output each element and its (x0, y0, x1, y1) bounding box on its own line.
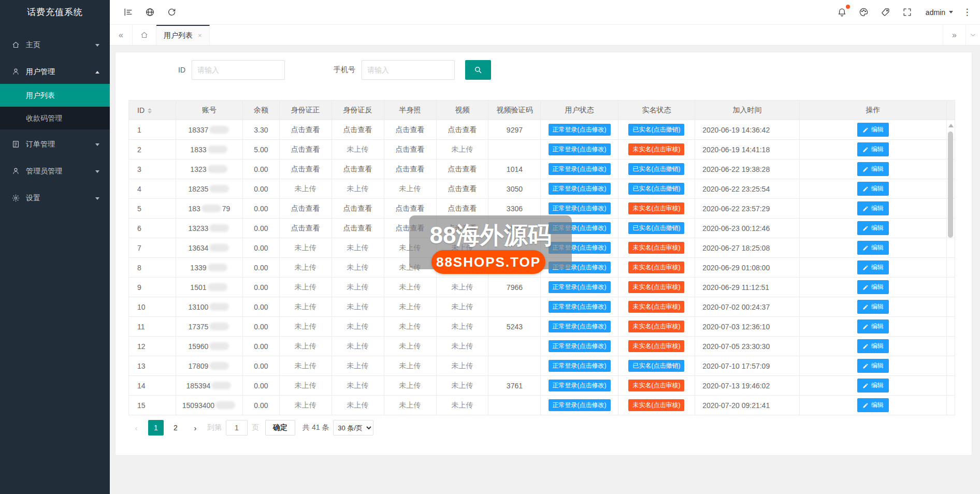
sidebar-item[interactable]: 用户管理 (0, 60, 110, 84)
page-number-button[interactable]: 2 (168, 420, 183, 435)
cell-half-photo[interactable]: 点击查看 (384, 159, 436, 179)
user-status-badge[interactable]: 正常登录(点击修改) (549, 183, 611, 195)
edit-button[interactable]: 编辑 (857, 182, 889, 196)
user-status-badge[interactable]: 正常登录(点击修改) (549, 222, 611, 234)
cell-half-photo[interactable]: 点击查看 (384, 219, 436, 238)
sidebar-subitem[interactable]: 用户列表 (0, 84, 110, 107)
edit-button[interactable]: 编辑 (857, 221, 889, 235)
sidebar-subitem[interactable]: 收款码管理 (0, 107, 110, 129)
notifications-bell-icon[interactable] (831, 0, 853, 25)
edit-button[interactable]: 编辑 (857, 123, 889, 137)
real-status-badge[interactable]: 已实名(点击撤销) (628, 360, 684, 372)
cell-id-back[interactable]: 点击查看 (332, 120, 384, 140)
cell-video[interactable]: 点击查看 (436, 159, 488, 179)
real-status-badge[interactable]: 未实名(点击审核) (628, 321, 684, 332)
column-header[interactable]: ID (129, 100, 176, 120)
user-status-badge[interactable]: 正常登录(点击修改) (549, 321, 611, 332)
cell-id-front[interactable]: 点击查看 (279, 159, 332, 179)
real-status-badge[interactable]: 未实名(点击审核) (628, 261, 684, 273)
cell-id-front[interactable]: 点击查看 (279, 120, 332, 140)
edit-button[interactable]: 编辑 (857, 379, 889, 393)
user-status-badge[interactable]: 正常登录(点击修改) (549, 242, 611, 254)
real-status-badge[interactable]: 已实名(点击撤销) (628, 183, 684, 195)
sidebar-item[interactable]: 订单管理 (0, 133, 110, 156)
real-status-badge[interactable]: 未实名(点击审核) (628, 340, 684, 352)
cell-id-back[interactable]: 点击查看 (332, 199, 384, 219)
cell-half-photo[interactable]: 点击查看 (384, 140, 436, 159)
edit-button[interactable]: 编辑 (857, 398, 889, 412)
cell-half-photo[interactable]: 点击查看 (384, 199, 436, 219)
user-status-badge[interactable]: 正常登录(点击修改) (549, 202, 611, 214)
tab-user-list[interactable]: 用户列表 × (156, 25, 210, 45)
sidebar-item[interactable]: 管理员管理 (0, 159, 110, 183)
real-status-badge[interactable]: 未实名(点击审核) (628, 281, 684, 293)
user-status-badge[interactable]: 正常登录(点击修改) (549, 124, 611, 136)
user-status-badge[interactable]: 正常登录(点击修改) (549, 340, 611, 352)
edit-button[interactable]: 编辑 (857, 142, 889, 156)
edit-button[interactable]: 编辑 (857, 260, 889, 274)
real-status-badge[interactable]: 未实名(点击审核) (628, 242, 684, 254)
user-status-badge[interactable]: 正常登录(点击修改) (549, 143, 611, 155)
cell-id-back[interactable]: 点击查看 (332, 159, 384, 179)
real-status-badge[interactable]: 未实名(点击审核) (628, 143, 684, 155)
refresh-icon[interactable] (161, 0, 182, 25)
globe-icon[interactable] (139, 0, 161, 25)
page-number-button[interactable]: 1 (148, 420, 164, 435)
user-status-badge[interactable]: 正常登录(点击修改) (549, 380, 611, 391)
more-menu-icon[interactable]: ⋮ (960, 0, 974, 25)
theme-palette-icon[interactable] (853, 0, 875, 25)
cell-video[interactable]: 点击查看 (436, 120, 488, 140)
cell-video[interactable]: 点击查看 (436, 199, 488, 219)
cell-id-back[interactable]: 点击查看 (332, 219, 384, 238)
user-status-badge[interactable]: 正常登录(点击修改) (549, 360, 611, 372)
sidebar-item[interactable]: 主页 (0, 33, 110, 57)
cell-video[interactable]: 点击查看 (436, 179, 488, 199)
table-scrollbar[interactable] (947, 120, 955, 443)
user-status-badge[interactable]: 正常登录(点击修改) (549, 163, 611, 175)
real-status-badge[interactable]: 未实名(点击审核) (628, 202, 684, 214)
edit-button[interactable]: 编辑 (857, 359, 889, 373)
sidebar-toggle-icon[interactable] (117, 0, 139, 25)
confirm-button[interactable]: 确定 (265, 420, 295, 435)
user-menu[interactable]: admin (918, 0, 960, 25)
real-status-badge[interactable]: 未实名(点击审核) (628, 399, 684, 411)
tab-operations-button[interactable] (965, 25, 980, 45)
tabs-scroll-left-button[interactable]: « (110, 25, 133, 45)
edit-button[interactable]: 编辑 (857, 162, 889, 176)
id-input[interactable] (192, 60, 285, 80)
user-status-badge[interactable]: 正常登录(点击修改) (549, 399, 611, 411)
edit-button[interactable]: 编辑 (857, 339, 889, 353)
tag-icon[interactable] (875, 0, 897, 25)
real-status-badge[interactable]: 已实名(点击撤销) (628, 124, 684, 136)
cell-video[interactable]: 点击查看 (436, 219, 488, 238)
cell-half-photo[interactable]: 点击查看 (384, 120, 436, 140)
cell-id-front[interactable]: 点击查看 (279, 140, 332, 159)
goto-page-input[interactable] (226, 420, 248, 435)
sidebar-item[interactable]: 设置 (0, 186, 110, 210)
real-status-badge[interactable]: 未实名(点击审核) (628, 301, 684, 313)
real-status-badge[interactable]: 已实名(点击撤销) (628, 163, 684, 175)
tabs-scroll-right-button[interactable]: » (943, 25, 965, 45)
fullscreen-icon[interactable] (897, 0, 918, 25)
edit-button[interactable]: 编辑 (857, 201, 889, 215)
edit-button[interactable]: 编辑 (857, 280, 889, 294)
scroll-up-icon[interactable] (948, 124, 954, 127)
next-page-button[interactable]: › (188, 420, 203, 435)
phone-input[interactable] (362, 60, 455, 80)
scrollbar-thumb[interactable] (948, 132, 953, 238)
real-status-badge[interactable]: 已实名(点击撤销) (628, 222, 684, 234)
user-status-badge[interactable]: 正常登录(点击修改) (549, 301, 611, 313)
tab-home[interactable] (133, 25, 156, 45)
user-status-badge[interactable]: 正常登录(点击修改) (549, 261, 611, 273)
sort-icon[interactable] (148, 108, 152, 113)
cell-id-front[interactable]: 点击查看 (279, 199, 332, 219)
prev-page-button[interactable]: ‹ (128, 420, 144, 435)
search-button[interactable] (465, 60, 491, 80)
cell-id-front[interactable]: 点击查看 (279, 219, 332, 238)
real-status-badge[interactable]: 未实名(点击审核) (628, 380, 684, 391)
close-icon[interactable]: × (198, 32, 202, 39)
per-page-select[interactable]: 30 条/页 (333, 420, 373, 435)
edit-button[interactable]: 编辑 (857, 319, 889, 333)
edit-button[interactable]: 编辑 (857, 241, 889, 255)
edit-button[interactable]: 编辑 (857, 300, 889, 314)
